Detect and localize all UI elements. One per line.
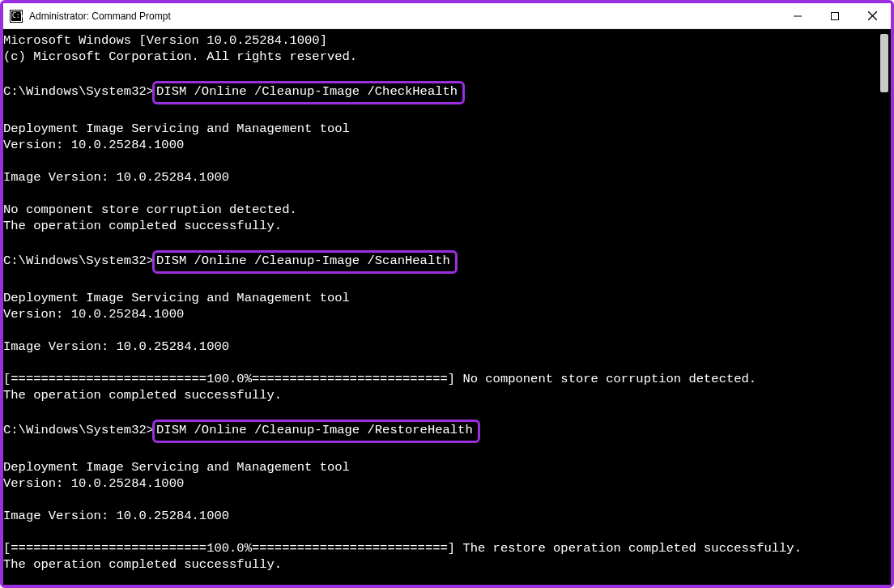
prompt: C:\Windows\System32>: [3, 254, 154, 268]
svg-text:C:\: C:\: [12, 12, 23, 19]
copyright: (c) Microsoft Corporation. All rights re…: [3, 49, 357, 64]
cmd-scanhealth: DISM /Online /Cleanup-Image /ScanHealth: [156, 254, 450, 268]
close-button[interactable]: [854, 3, 891, 29]
cmd-restorehealth: DISM /Online /Cleanup-Image /RestoreHeal…: [156, 423, 473, 437]
app-window: C:\ Administrator: Command Prompt Micros…: [0, 0, 894, 588]
minimize-button[interactable]: [779, 3, 816, 29]
result-success: The operation completed successfully.: [3, 219, 282, 233]
progress-bar: [==========================100.0%=======…: [3, 372, 462, 386]
highlight-restorehealth: DISM /Online /Cleanup-Image /RestoreHeal…: [152, 420, 480, 443]
image-version: Image Version: 10.0.25284.1000: [3, 339, 229, 354]
prompt: C:\Windows\System32>: [3, 423, 154, 437]
progress-bar: [==========================100.0%=======…: [3, 541, 462, 556]
highlight-checkhealth: DISM /Online /Cleanup-Image /CheckHealth: [152, 81, 465, 104]
tool-name: Deployment Image Servicing and Managemen…: [3, 121, 350, 136]
scrollbar-thumb[interactable]: [880, 34, 888, 92]
cmd-icon: C:\: [10, 10, 23, 23]
progress-result: The restore operation completed successf…: [462, 541, 802, 556]
image-version: Image Version: 10.0.25284.1000: [3, 170, 229, 185]
terminal-output: Microsoft Windows [Version 10.0.25284.10…: [3, 32, 876, 585]
tool-version: Version: 10.0.25284.1000: [3, 307, 184, 322]
tool-name: Deployment Image Servicing and Managemen…: [3, 291, 350, 305]
titlebar[interactable]: C:\ Administrator: Command Prompt: [3, 3, 891, 29]
highlight-scanhealth: DISM /Online /Cleanup-Image /ScanHealth: [152, 250, 458, 274]
os-header: Microsoft Windows [Version 10.0.25284.10…: [3, 33, 327, 48]
result-no-corruption: No component store corruption detected.: [3, 202, 297, 217]
progress-result: No component store corruption detected.: [462, 372, 756, 386]
window-title: Administrator: Command Prompt: [29, 11, 779, 22]
result-success: The operation completed successfully.: [3, 557, 282, 572]
tool-version: Version: 10.0.25284.1000: [3, 138, 184, 152]
result-success: The operation completed successfully.: [3, 388, 282, 403]
image-version: Image Version: 10.0.25284.1000: [3, 509, 229, 523]
terminal-area[interactable]: Microsoft Windows [Version 10.0.25284.10…: [3, 29, 891, 585]
maximize-button[interactable]: [816, 3, 854, 29]
tool-name: Deployment Image Servicing and Managemen…: [3, 460, 350, 475]
svg-rect-5: [832, 12, 839, 19]
tool-version: Version: 10.0.25284.1000: [3, 476, 184, 491]
cmd-checkhealth: DISM /Online /Cleanup-Image /CheckHealth: [156, 84, 458, 99]
prompt: C:\Windows\System32>: [3, 84, 154, 99]
